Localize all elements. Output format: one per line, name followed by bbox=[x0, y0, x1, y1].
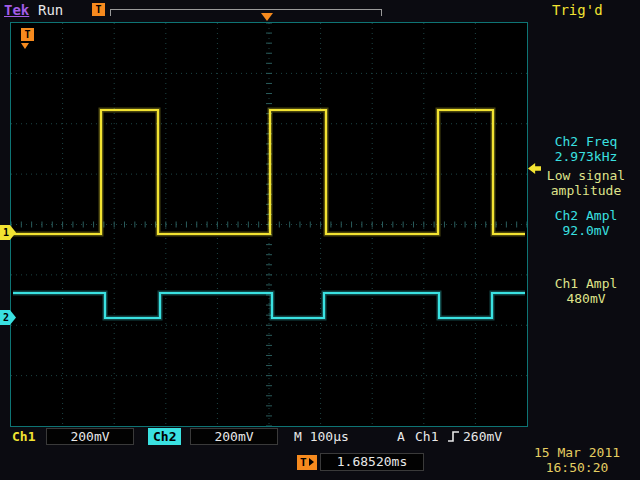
warning-line-1: Low signal bbox=[534, 168, 638, 183]
record-view-bar bbox=[110, 9, 382, 16]
ch1-scale-value: 200mV bbox=[46, 428, 134, 445]
date-display: 15 Mar 2011 bbox=[516, 445, 638, 460]
ch1-ampl-value: 480mV bbox=[534, 291, 638, 306]
trigger-status: Trig'd bbox=[552, 2, 603, 18]
trigger-position-flag: T bbox=[92, 3, 105, 16]
trigger-t-arrow-icon bbox=[21, 43, 29, 49]
trigger-source: Ch1 bbox=[415, 429, 438, 444]
rising-edge-icon bbox=[447, 430, 460, 443]
record-bar-right-tick-icon bbox=[381, 9, 382, 16]
waveform-canvas bbox=[11, 23, 527, 426]
acquire-indicator: A bbox=[397, 429, 405, 444]
acquisition-status: Run bbox=[38, 2, 63, 18]
trigger-t-flag: T bbox=[21, 28, 34, 41]
ch1-marker-label: 1 bbox=[3, 227, 9, 238]
trigger-position-marker-icon bbox=[261, 13, 273, 21]
record-bar-left-tick-icon bbox=[110, 9, 111, 16]
warning-line-2: amplitude bbox=[534, 183, 638, 198]
ch2-ampl-value: 92.0mV bbox=[534, 223, 638, 238]
ch2-ampl-label: Ch2 Ampl bbox=[534, 208, 638, 223]
ch1-scale-label: Ch1 bbox=[12, 429, 35, 444]
delay-time-value: 1.68520ms bbox=[320, 453, 424, 471]
trigger-level-value: 260mV bbox=[463, 429, 502, 444]
delay-flag-arrow-icon bbox=[309, 458, 314, 466]
ch2-scale-label: Ch2 bbox=[148, 428, 181, 445]
ch1-ampl-label: Ch1 Ampl bbox=[534, 276, 638, 291]
ch2-freq-value: 2.973kHz bbox=[534, 149, 638, 164]
time-display: 16:50:20 bbox=[516, 460, 638, 475]
brand-logo: Tek bbox=[4, 2, 29, 18]
ch2-marker-label: 2 bbox=[3, 312, 9, 323]
graticule: T bbox=[10, 22, 528, 427]
ch2-scale-value: 200mV bbox=[190, 428, 278, 445]
oscilloscope-screen: Tek Run T Trig'd T 1 2 Ch2 Freq 2.973kHz… bbox=[0, 0, 640, 480]
ch2-freq-label: Ch2 Freq bbox=[534, 134, 638, 149]
delay-flag: T bbox=[297, 455, 317, 470]
delay-flag-label: T bbox=[300, 456, 307, 469]
timebase-readout: M 100µs bbox=[294, 429, 349, 444]
